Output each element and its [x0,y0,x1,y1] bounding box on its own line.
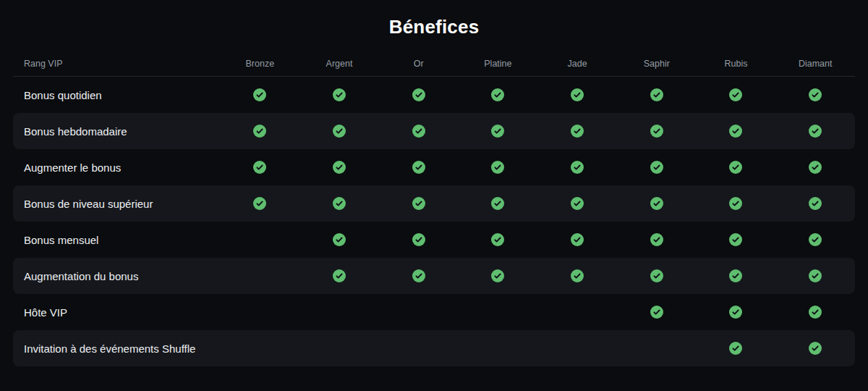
check-circle-icon [809,125,822,138]
benefit-cell [617,161,697,174]
check-circle-icon [809,197,822,210]
benefit-cell [379,125,459,138]
check-circle-icon [412,269,425,282]
benefit-cell [537,269,617,282]
benefit-cell [697,306,776,319]
table-row: Bonus mensuel [13,222,855,258]
page-title: Bénefices [0,16,868,38]
table-row: Bonus hebdomadaire [13,113,855,149]
check-circle-icon [571,233,584,246]
check-circle-icon [809,342,822,355]
column-header-bronze: Bronze [221,59,300,69]
table-row: Bonus de niveau supérieur [13,185,855,222]
check-circle-icon [809,306,822,319]
row-label: Bonus quotidien [24,89,221,101]
check-circle-icon [650,269,663,282]
benefit-cell [775,161,855,174]
check-circle-icon [491,161,504,174]
table-row: Augmenter le bonus [13,149,855,185]
check-circle-icon [412,233,425,246]
check-circle-icon [650,161,663,174]
benefit-cell [697,342,776,355]
check-circle-icon [650,197,663,210]
benefit-cell [537,88,617,101]
check-circle-icon [650,88,663,101]
row-label: Bonus mensuel [24,234,221,246]
row-label: Hôte VIP [24,306,221,319]
check-circle-icon [809,269,822,282]
benefit-cell [617,125,697,138]
benefit-cell [775,269,855,282]
benefit-cell [537,125,617,138]
column-header-argent: Argent [299,59,379,69]
table-body: Bonus quotidienBonus hebdomadaireAugment… [13,77,855,366]
check-circle-icon [729,269,742,282]
row-label: Bonus hebdomadaire [24,125,221,138]
benefit-cell [379,269,459,282]
check-circle-icon [333,125,346,138]
check-circle-icon [571,88,584,101]
check-circle-icon [809,233,822,246]
benefit-cell [697,161,776,174]
benefits-page: Bénefices Rang VIP BronzeArgentOrPlatine… [0,0,868,366]
benefit-cell [299,197,379,210]
row-label: Bonus de niveau supérieur [24,198,221,210]
check-circle-icon [412,197,425,210]
benefit-cell [459,88,538,101]
check-circle-icon [333,88,346,101]
check-circle-icon [571,197,584,210]
benefit-cell [459,269,538,282]
benefit-cell [617,88,697,101]
check-circle-icon [491,88,504,101]
check-circle-icon [729,233,742,246]
check-circle-icon [729,125,742,138]
benefit-cell [221,125,300,138]
check-circle-icon [650,125,663,138]
check-circle-icon [491,269,504,282]
check-circle-icon [571,269,584,282]
benefit-cell [221,88,300,101]
check-circle-icon [650,233,663,246]
check-circle-icon [253,161,266,174]
table-row: Hôte VIP [13,294,855,330]
check-circle-icon [571,125,584,138]
benefit-cell [697,88,776,101]
benefit-cell [299,161,379,174]
check-circle-icon [729,197,742,210]
check-circle-icon [729,306,742,319]
check-circle-icon [412,88,425,101]
benefit-cell [299,88,379,101]
column-header-platine: Platine [459,59,538,69]
benefit-cell [459,197,538,210]
benefit-cell [617,306,697,319]
check-circle-icon [333,197,346,210]
check-circle-icon [253,197,266,210]
check-circle-icon [333,269,346,282]
benefit-cell [379,197,459,210]
benefit-cell [775,342,855,355]
check-circle-icon [333,233,346,246]
benefit-cell [299,233,379,246]
benefit-cell [221,161,300,174]
check-circle-icon [491,125,504,138]
check-circle-icon [253,88,266,101]
benefit-cell [299,269,379,282]
check-circle-icon [412,161,425,174]
benefit-cell [299,125,379,138]
check-circle-icon [571,161,584,174]
benefit-cell [459,125,538,138]
benefit-cell [617,197,697,210]
rank-column-header: Rang VIP [24,59,221,69]
benefit-cell [537,161,617,174]
benefit-cell [697,269,776,282]
column-header-rubis: Rubis [697,59,776,69]
benefit-cell [379,233,459,246]
table-row: Invitation à des événements Shuffle [13,330,855,366]
check-circle-icon [729,161,742,174]
benefit-cell [379,88,459,101]
check-circle-icon [729,342,742,355]
benefit-cell [775,233,855,246]
column-header-saphir: Saphir [617,59,697,69]
benefits-table: Rang VIP BronzeArgentOrPlatineJadeSaphir… [13,51,855,366]
table-row: Augmentation du bonus [13,258,855,294]
